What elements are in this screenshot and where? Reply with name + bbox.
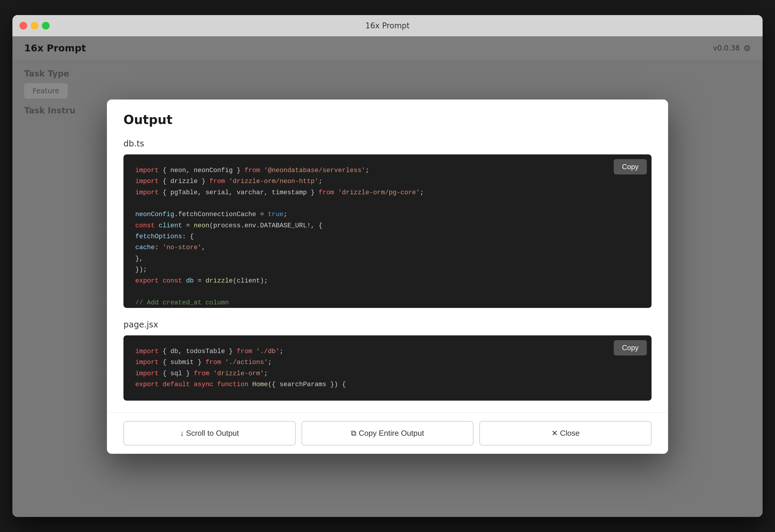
- title-bar: 16x Prompt: [12, 15, 763, 36]
- app-content: 16x Prompt v0.0.38 ⚙ Task Type Feature T…: [12, 36, 763, 517]
- code-line: // Add created_at column: [135, 297, 640, 308]
- copy-entire-output-button[interactable]: ⧉ Copy Entire Output: [301, 421, 474, 445]
- file2-code-block: import { db, todosTable } from './db'; i…: [123, 335, 652, 401]
- code-line: },: [135, 253, 640, 264]
- close-button[interactable]: ✕ Close: [479, 421, 652, 445]
- file2-label: page.jsx: [123, 320, 652, 329]
- minimize-traffic-light[interactable]: [31, 22, 38, 30]
- code-line: const client = neon(process.env.DATABASE…: [135, 220, 640, 231]
- fullscreen-traffic-light[interactable]: [42, 22, 50, 30]
- code-line: import { drizzle } from 'drizzle-orm/neo…: [135, 176, 640, 187]
- code-line: neonConfig.fetchConnectionCache = true;: [135, 209, 640, 220]
- close-traffic-light[interactable]: [19, 22, 27, 30]
- code-line: cache: 'no-store',: [135, 242, 640, 253]
- copy-button-2[interactable]: Copy: [614, 340, 647, 355]
- code-line: });: [135, 264, 640, 275]
- file1-code-wrapper: Copy import { neon, neonConfig } from '@…: [123, 154, 652, 308]
- copy-button-1[interactable]: Copy: [614, 159, 647, 174]
- output-modal: Output db.ts Copy import { neon, neonCon…: [107, 99, 668, 454]
- file2-code-wrapper: Copy import { db, todosTable } from './d…: [123, 335, 652, 401]
- code-line: import { pgTable, serial, varchar, times…: [135, 187, 640, 198]
- window-title: 16x Prompt: [365, 21, 410, 30]
- code-line: import { submit } from './actions';: [135, 357, 640, 368]
- code-line: export const db = drizzle(client);: [135, 275, 640, 286]
- code-line: import { db, todosTable } from './db';: [135, 346, 640, 357]
- code-line: import { neon, neonConfig } from '@neond…: [135, 165, 640, 176]
- traffic-lights: [19, 22, 50, 30]
- app-window: 16x Prompt 16x Prompt v0.0.38 ⚙ Task Typ…: [12, 15, 763, 517]
- modal-overlay: Output db.ts Copy import { neon, neonCon…: [12, 36, 763, 517]
- modal-footer: ↓ Scroll to Output ⧉ Copy Entire Output …: [107, 412, 668, 454]
- code-line: [135, 198, 640, 209]
- modal-title: Output: [123, 112, 652, 127]
- modal-body[interactable]: db.ts Copy import { neon, neonConfig } f…: [107, 133, 668, 413]
- modal-header: Output: [107, 99, 668, 133]
- scroll-to-output-button[interactable]: ↓ Scroll to Output: [123, 421, 296, 445]
- code-line: import { sql } from 'drizzle-orm';: [135, 368, 640, 379]
- code-line: [135, 286, 640, 297]
- code-line: fetchOptions: {: [135, 231, 640, 242]
- code-line: export default async function Home({ sea…: [135, 379, 640, 390]
- file1-code-block: import { neon, neonConfig } from '@neond…: [123, 154, 652, 308]
- file1-label: db.ts: [123, 139, 652, 148]
